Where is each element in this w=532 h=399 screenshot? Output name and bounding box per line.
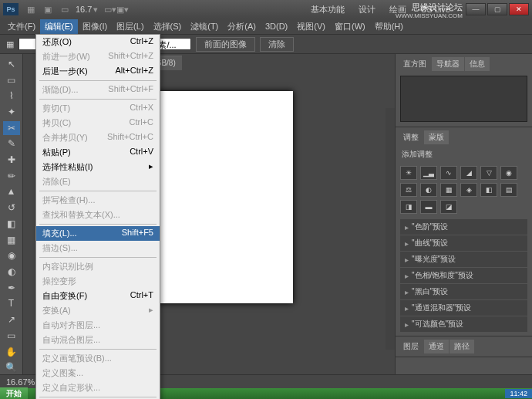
zoom-dropdown-icon[interactable]: ▾: [93, 5, 98, 15]
minimize-button[interactable]: —: [466, 3, 486, 15]
preset-item[interactable]: "可选颜色"预设: [400, 316, 527, 332]
layers-tab[interactable]: 图层: [399, 340, 423, 353]
status-zoom[interactable]: 16.67%: [6, 377, 35, 387]
stamp-tool[interactable]: ▲: [3, 185, 20, 199]
view-icon[interactable]: ▭▾: [104, 3, 116, 15]
menu-item[interactable]: 还原(O)Ctrl+Z: [36, 35, 160, 49]
preset-item[interactable]: "通道混和器"预设: [400, 300, 527, 316]
photofilter-icon[interactable]: ▦: [440, 183, 457, 197]
gradient-tool[interactable]: ▦: [3, 233, 20, 247]
navigator-tab[interactable]: 导航器: [432, 57, 464, 71]
selectivecolor-icon[interactable]: ◪: [440, 200, 457, 214]
dodge-tool[interactable]: ◐: [3, 265, 20, 279]
lasso-tool[interactable]: ⌇: [3, 89, 20, 103]
hue-icon[interactable]: ◉: [500, 166, 517, 180]
system-tray-time[interactable]: 11:42: [505, 389, 532, 398]
info-tab[interactable]: 信息: [465, 57, 490, 71]
brush-tool[interactable]: ✏: [3, 169, 20, 183]
screen-mode-icon[interactable]: ▣▾: [116, 3, 129, 15]
menu-item[interactable]: 选择性粘贴(I)▸: [36, 160, 160, 174]
paths-tab[interactable]: 路径: [450, 340, 474, 353]
move-tool[interactable]: ↖: [3, 57, 20, 71]
menu-item[interactable]: 填充(L)...Shift+F5: [36, 226, 160, 241]
toolbox: ↖ ▭ ⌇ ✦ ✂ ✎ ✚ ✏ ▲ ↺ ◧ ▦ ◉ ◐ ✒ T ↗ ▭ ✋ 🔍: [0, 54, 23, 374]
menu-item: 自动混合图层...: [36, 333, 160, 347]
clear-button[interactable]: 清除: [260, 37, 294, 52]
width-input[interactable]: [19, 38, 37, 50]
menu-2[interactable]: 图像(I): [78, 19, 112, 34]
workspace-tab-design[interactable]: 设计: [355, 2, 379, 17]
menu-item[interactable]: 后退一步(K)Alt+Ctrl+Z: [36, 64, 160, 79]
menu-8[interactable]: 视图(V): [292, 19, 330, 34]
menu-item[interactable]: 粘贴(P)Ctrl+V: [36, 145, 160, 160]
close-button[interactable]: ✕: [509, 3, 529, 15]
preset-item[interactable]: "色阶"预设: [400, 219, 527, 235]
blur-tool[interactable]: ◉: [3, 249, 20, 262]
menu-1[interactable]: 编辑(E): [40, 19, 78, 34]
bw-icon[interactable]: ◐: [420, 183, 437, 197]
levels-icon[interactable]: ▁▃: [420, 166, 437, 180]
workspace-tab-basic[interactable]: 基本功能: [308, 2, 348, 17]
menu-3[interactable]: 图层(L): [112, 19, 148, 34]
mini-bridge-icon[interactable]: ▣: [42, 3, 54, 15]
colorbalance-icon[interactable]: ⚖: [400, 183, 417, 197]
preset-item[interactable]: "黑白"预设: [400, 284, 527, 299]
menu-5[interactable]: 滤镜(T): [186, 19, 223, 34]
crop-tool[interactable]: ✂: [3, 121, 20, 135]
menu-item: 清除(E): [36, 174, 160, 189]
posterize-icon[interactable]: ▤: [500, 183, 517, 197]
histogram-display: [400, 76, 527, 122]
menu-item: 拷贝(C)Ctrl+C: [36, 116, 160, 130]
adjustments-tab[interactable]: 调整: [399, 130, 423, 144]
panel-strip[interactable]: [386, 108, 395, 350]
channels-tab[interactable]: 通道: [424, 340, 449, 353]
menu-item: 内容识别比例: [36, 259, 160, 274]
menu-item[interactable]: 自由变换(F)Ctrl+T: [36, 289, 160, 303]
start-button[interactable]: 开始: [0, 387, 28, 399]
shape-tool[interactable]: ▭: [3, 329, 20, 343]
pen-tool[interactable]: ✒: [3, 281, 20, 295]
zoom-level[interactable]: 16.7: [76, 5, 92, 14]
marquee-tool[interactable]: ▭: [3, 73, 20, 87]
histogram-tab[interactable]: 直方图: [399, 57, 431, 71]
menu-7[interactable]: 3D(D): [261, 20, 292, 32]
preset-item[interactable]: "曲线"预设: [400, 235, 527, 251]
type-tool[interactable]: T: [3, 297, 20, 311]
heal-tool[interactable]: ✚: [3, 153, 20, 167]
zoom-tool[interactable]: 🔍: [3, 360, 20, 374]
panels: 直方图 导航器 信息 调整 蒙版 添加调整 ☀ ▁▃ ∿ ◢ ▽ ◉ ⚖ ◐ ▦: [395, 54, 532, 374]
vibrance-icon[interactable]: ▽: [480, 166, 497, 180]
curves-icon[interactable]: ∿: [440, 166, 457, 180]
masks-tab[interactable]: 蒙版: [424, 130, 449, 144]
menu-item: 描边(S)...: [36, 241, 160, 255]
invert-icon[interactable]: ◧: [480, 183, 497, 197]
edit-menu-dropdown: 还原(O)Ctrl+Z前进一步(W)Shift+Ctrl+Z后退一步(K)Alt…: [35, 34, 160, 399]
menu-item: 剪切(T)Ctrl+X: [36, 101, 160, 116]
extras-icon[interactable]: ▭: [59, 3, 71, 15]
menu-9[interactable]: 窗口(W): [330, 19, 370, 34]
brightness-icon[interactable]: ☀: [400, 166, 417, 180]
menu-6[interactable]: 分析(A): [223, 19, 261, 34]
gradientmap-icon[interactable]: ▬: [420, 200, 437, 214]
menu-10[interactable]: 帮助(H): [370, 19, 408, 34]
front-image-button[interactable]: 前面的图像: [196, 37, 255, 52]
preset-item[interactable]: "色相/饱和度"预设: [400, 268, 527, 283]
channelmixer-icon[interactable]: ◈: [460, 183, 477, 197]
preset-item[interactable]: "曝光度"预设: [400, 252, 527, 267]
maximize-button[interactable]: ▢: [487, 3, 507, 15]
path-tool[interactable]: ↗: [3, 313, 20, 326]
menu-item: 自动对齐图层...: [36, 318, 160, 333]
bridge-icon[interactable]: ▦: [25, 3, 37, 15]
adjustments-title: 添加调整: [397, 146, 530, 163]
eyedropper-tool[interactable]: ✎: [3, 137, 20, 151]
threshold-icon[interactable]: ◨: [400, 200, 417, 214]
menu-4[interactable]: 选择(S): [149, 19, 187, 34]
menu-item: 定义自定形状...: [36, 380, 160, 395]
watermark-url: WWW.MISSYUAN.COM: [396, 12, 463, 19]
eraser-tool[interactable]: ◧: [3, 217, 20, 231]
hand-tool[interactable]: ✋: [3, 345, 20, 359]
history-brush-tool[interactable]: ↺: [3, 201, 20, 215]
wand-tool[interactable]: ✦: [3, 105, 20, 119]
menu-0[interactable]: 文件(F): [3, 19, 40, 34]
exposure-icon[interactable]: ◢: [460, 166, 477, 180]
